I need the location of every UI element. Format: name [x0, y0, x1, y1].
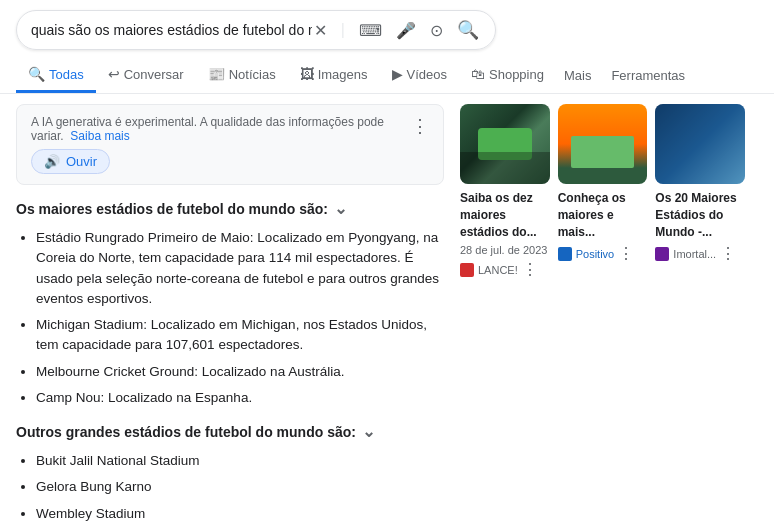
clear-icon[interactable]: ✕: [312, 21, 329, 40]
tab-videos[interactable]: ▶ Vídeos: [380, 58, 459, 93]
ferramentas-label: Ferramentas: [611, 68, 685, 83]
card-3[interactable]: Os 20 Maiores Estádios do Mundo -... Imo…: [655, 104, 745, 279]
list-item: Bukit Jalil National Stadium: [36, 451, 444, 471]
list-item: Camp Nou: Localizado na Espanha.: [36, 388, 444, 408]
list-item: Wembley Stadium: [36, 504, 444, 524]
card-menu-3[interactable]: ⋮: [720, 244, 736, 263]
list-item: Gelora Bung Karno: [36, 477, 444, 497]
list-item-text: Bukit Jalil National Stadium: [36, 453, 200, 468]
tab-conversar[interactable]: ↩ Conversar: [96, 58, 196, 93]
card-thumb-3: [655, 104, 745, 184]
ai-notice-menu-icon[interactable]: ⋮: [411, 115, 429, 137]
ai-notice: A IA generativa é experimental. A qualid…: [16, 104, 444, 185]
card-menu-2[interactable]: ⋮: [618, 244, 634, 263]
right-panel: Saiba os dez maiores estádios do... 28 d…: [460, 104, 755, 523]
source-name-1: LANCE!: [478, 264, 518, 276]
lens-icon[interactable]: ⊙: [428, 21, 445, 40]
keyboard-icon[interactable]: ⌨: [357, 21, 384, 40]
source-name-3: Imortal...: [673, 248, 716, 260]
source-icon-3: [655, 247, 669, 261]
search-icons: ✕ | ⌨ 🎤 ⊙ 🔍: [312, 19, 481, 41]
list-item-text: Michigan Stadium: Localizado em Michigan…: [36, 317, 427, 352]
secondary-heading-text: Outros grandes estádios de futebol do mu…: [16, 424, 356, 440]
card-source-2: Positivo ⋮: [558, 244, 648, 263]
tab-ferramentas[interactable]: Ferramentas: [599, 60, 697, 91]
tab-mais[interactable]: Mais: [556, 60, 599, 91]
main-section-heading: Os maiores estádios de futebol do mundo …: [16, 199, 444, 218]
chevron-down-icon-2[interactable]: ⌄: [362, 422, 375, 441]
card-date-1: 28 de jul. de 2023: [460, 244, 550, 256]
divider-icon: |: [339, 21, 347, 39]
list-item-text: Gelora Bung Karno: [36, 479, 152, 494]
card-2[interactable]: Conheça os maiores e mais... Positivo ⋮: [558, 104, 648, 279]
card-thumb-2: [558, 104, 648, 184]
mais-label: Mais: [564, 68, 591, 83]
secondary-section-heading: Outros grandes estádios de futebol do mu…: [16, 422, 444, 441]
card-thumb-1: [460, 104, 550, 184]
listen-label: Ouvir: [66, 154, 97, 169]
card-title-3: Os 20 Maiores Estádios do Mundo -...: [655, 190, 745, 240]
card-1[interactable]: Saiba os dez maiores estádios do... 28 d…: [460, 104, 550, 279]
list-item-text: Camp Nou: Localizado na Espanha.: [36, 390, 252, 405]
tab-all[interactable]: 🔍 Todas: [16, 58, 96, 93]
card-title-1: Saiba os dez maiores estádios do...: [460, 190, 550, 240]
all-icon: 🔍: [28, 66, 45, 82]
tab-noticias[interactable]: 📰 Notícias: [196, 58, 288, 93]
ai-notice-content: A IA generativa é experimental. A qualid…: [31, 115, 403, 174]
noticias-icon: 📰: [208, 66, 225, 82]
saiba-mais-link[interactable]: Saiba mais: [70, 129, 129, 143]
tab-noticias-label: Notícias: [229, 67, 276, 82]
ai-notice-text: A IA generativa é experimental. A qualid…: [31, 115, 384, 143]
main-bullet-list: Estádio Rungrado Primeiro de Maio: Local…: [16, 228, 444, 408]
videos-icon: ▶: [392, 66, 403, 82]
list-item: Estádio Rungrado Primeiro de Maio: Local…: [36, 228, 444, 309]
list-item-text: Melbourne Cricket Ground: Localizado na …: [36, 364, 344, 379]
conversar-icon: ↩: [108, 66, 120, 82]
imagens-icon: 🖼: [300, 66, 314, 82]
list-item: Melbourne Cricket Ground: Localizado na …: [36, 362, 444, 382]
tab-shopping-label: Shopping: [489, 67, 544, 82]
list-item: Michigan Stadium: Localizado em Michigan…: [36, 315, 444, 356]
tab-imagens-label: Imagens: [318, 67, 368, 82]
tab-videos-label: Vídeos: [407, 67, 447, 82]
voice-icon[interactable]: 🎤: [394, 21, 418, 40]
left-panel: A IA generativa é experimental. A qualid…: [0, 104, 460, 523]
search-input[interactable]: [31, 22, 312, 38]
card-source-3: Imortal... ⋮: [655, 244, 745, 263]
search-bar-container: ✕ | ⌨ 🎤 ⊙ 🔍: [0, 0, 774, 50]
list-item-text: Estádio Rungrado Primeiro de Maio: Local…: [36, 230, 439, 306]
tab-imagens[interactable]: 🖼 Imagens: [288, 58, 380, 93]
source-icon-1: [460, 263, 474, 277]
tab-all-label: Todas: [49, 67, 84, 82]
nav-tabs: 🔍 Todas ↩ Conversar 📰 Notícias 🖼 Imagens…: [0, 50, 774, 94]
tab-shopping[interactable]: 🛍 Shopping: [459, 58, 556, 93]
card-source-1: LANCE! ⋮: [460, 260, 550, 279]
tab-conversar-label: Conversar: [124, 67, 184, 82]
list-item-text: Wembley Stadium: [36, 506, 145, 521]
source-icon-2: [558, 247, 572, 261]
card-menu-1[interactable]: ⋮: [522, 260, 538, 279]
main-heading-text: Os maiores estádios de futebol do mundo …: [16, 201, 328, 217]
secondary-bullet-list: Bukit Jalil National Stadium Gelora Bung…: [16, 451, 444, 523]
listen-button[interactable]: 🔊 Ouvir: [31, 149, 110, 174]
shopping-icon: 🛍: [471, 66, 485, 82]
search-bar: ✕ | ⌨ 🎤 ⊙ 🔍: [16, 10, 496, 50]
source-name-2: Positivo: [576, 248, 615, 260]
cards-row: Saiba os dez maiores estádios do... 28 d…: [460, 104, 745, 279]
search-button[interactable]: 🔍: [455, 19, 481, 41]
main-content: A IA generativa é experimental. A qualid…: [0, 94, 774, 523]
card-title-2: Conheça os maiores e mais...: [558, 190, 648, 240]
speaker-icon: 🔊: [44, 154, 60, 169]
chevron-down-icon[interactable]: ⌄: [334, 199, 347, 218]
